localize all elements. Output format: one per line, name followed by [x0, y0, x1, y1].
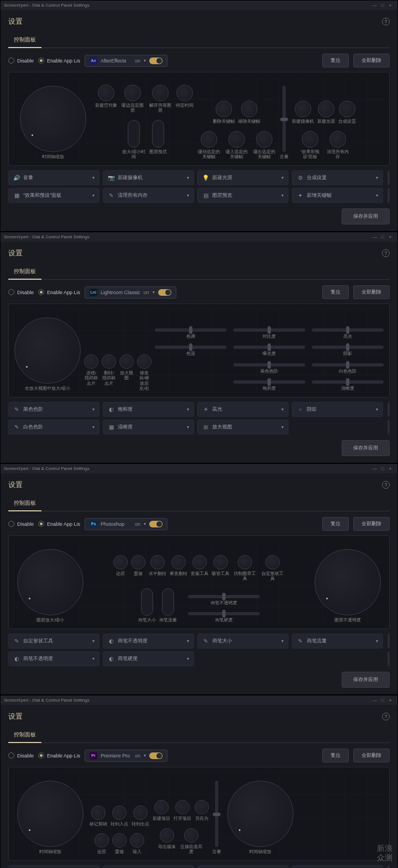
main-dial[interactable]	[14, 317, 81, 384]
slider[interactable]	[188, 612, 260, 615]
slider[interactable]	[188, 595, 260, 598]
select-purge[interactable]: ✎清理所有内存▾	[103, 188, 194, 203]
knob[interactable]	[113, 555, 128, 569]
main-dial[interactable]	[17, 549, 83, 615]
knob[interactable]	[302, 131, 318, 148]
knob[interactable]	[318, 101, 334, 117]
minimize-icon[interactable]: —	[371, 3, 379, 8]
delete-all-button[interactable]: 全部删除	[353, 54, 390, 67]
select[interactable]: ◐画笔硬度▾	[103, 651, 194, 666]
reset-button[interactable]: 复位	[322, 517, 349, 531]
delete-all-button[interactable]: 全部删除	[353, 285, 390, 299]
knob[interactable]	[213, 555, 228, 569]
radio-enable[interactable]: Enable App Lis	[38, 752, 80, 759]
knob[interactable]	[238, 555, 252, 569]
close-icon[interactable]: ×	[386, 698, 394, 703]
radio-enable[interactable]: Enable App Lis	[38, 289, 80, 295]
select[interactable]: ✎黑色色阶▾	[8, 402, 100, 417]
radio-disable[interactable]: Disable	[8, 752, 34, 759]
save-apply-button[interactable]: 保存并应用	[342, 672, 390, 688]
main-dial[interactable]	[17, 781, 83, 847]
radio-enable[interactable]: Enable App Lis	[38, 521, 80, 527]
knob[interactable]	[133, 806, 148, 820]
knob[interactable]	[95, 833, 109, 848]
knob[interactable]	[329, 131, 346, 148]
select-effects[interactable]: ▦"效果和预设"面板▾	[8, 188, 100, 203]
knob[interactable]	[102, 354, 116, 369]
knob[interactable]	[98, 85, 114, 101]
toggle-enable[interactable]	[149, 57, 163, 64]
radio-disable[interactable]: Disable	[8, 57, 34, 64]
secondary-dial[interactable]	[227, 781, 294, 847]
help-icon[interactable]: ?	[382, 713, 390, 720]
secondary-dial[interactable]	[315, 549, 381, 615]
slider[interactable]	[233, 328, 305, 332]
radio-disable[interactable]: Disable	[8, 521, 34, 527]
volume-slider[interactable]	[282, 86, 286, 152]
slider[interactable]	[233, 380, 305, 384]
scrollbar[interactable]	[387, 420, 390, 435]
knob[interactable]	[160, 828, 174, 843]
save-apply-button[interactable]: 保存并应用	[342, 440, 390, 456]
knob[interactable]	[192, 555, 207, 569]
knob[interactable]	[119, 354, 134, 369]
help-icon[interactable]: ?	[382, 249, 390, 257]
radio-disable[interactable]: Disable	[8, 289, 34, 295]
scrollbar[interactable]	[387, 170, 390, 185]
close-icon[interactable]: ×	[386, 234, 394, 239]
knob[interactable]	[256, 131, 273, 148]
close-icon[interactable]: ×	[386, 3, 394, 8]
scrollbar[interactable]	[387, 402, 390, 417]
scrollbar[interactable]	[387, 651, 390, 666]
pill-control[interactable]	[152, 120, 164, 148]
toggle[interactable]	[149, 752, 163, 759]
help-icon[interactable]: ?	[382, 481, 390, 489]
app-selector[interactable]: PrPremiere Proon▾	[85, 750, 167, 762]
slider[interactable]	[155, 346, 227, 349]
knob[interactable]	[130, 833, 144, 848]
scrollbar[interactable]	[387, 188, 390, 203]
knob[interactable]	[91, 806, 106, 820]
knob[interactable]	[184, 828, 198, 843]
reset-button[interactable]: 复位	[322, 285, 349, 299]
knob[interactable]	[124, 85, 141, 101]
select[interactable]: ⊞放大视图▾	[197, 420, 289, 435]
select-comp[interactable]: ⚙合成设置▾	[292, 170, 383, 185]
select[interactable]: 💾另存为▾	[103, 865, 194, 868]
slider[interactable]	[312, 328, 384, 332]
select-volume[interactable]: 🔊音量▾	[8, 170, 100, 185]
slider[interactable]	[233, 363, 305, 367]
select-camera[interactable]: 📷新建摄像机▾	[103, 170, 194, 185]
knob[interactable]	[295, 101, 311, 117]
delete-all-button[interactable]: 全部删除	[353, 517, 390, 531]
scrollbar[interactable]	[387, 634, 390, 649]
knob[interactable]	[154, 800, 169, 814]
reset-button[interactable]: 复位	[322, 749, 349, 762]
main-dial[interactable]	[20, 86, 86, 152]
minimize-icon[interactable]: —	[371, 698, 379, 703]
maximize-icon[interactable]: □	[379, 234, 386, 239]
reset-button[interactable]: 复位	[322, 54, 349, 67]
knob[interactable]	[137, 354, 151, 369]
knob[interactable]	[84, 354, 98, 369]
app-selector[interactable]: Ae AfterEffects on ▾	[85, 55, 167, 67]
knob[interactable]	[241, 101, 258, 117]
knob[interactable]	[152, 85, 169, 101]
radio-enable[interactable]: Enable App Lis	[38, 57, 80, 64]
select[interactable]: ▦清晰度▾	[103, 420, 194, 435]
select-keyframe[interactable]: ✦新增关键帧▾	[292, 188, 383, 203]
knob[interactable]	[195, 800, 209, 814]
select[interactable]: ▤导出媒体▾	[292, 865, 383, 868]
slider[interactable]	[155, 328, 227, 332]
app-selector[interactable]: PsPhotoshopon▾	[85, 518, 167, 530]
select[interactable]: ▤打开项目▾	[8, 865, 100, 868]
save-apply-button[interactable]: 保存并应用	[342, 208, 390, 224]
knob[interactable]	[339, 101, 355, 117]
app-selector[interactable]: LrcLightroom Classicon▾	[85, 286, 176, 299]
minimize-icon[interactable]: —	[371, 466, 379, 471]
slider[interactable]	[312, 346, 384, 349]
select-light[interactable]: 💡新建光源▾	[197, 170, 289, 185]
select[interactable]: ◐画笔不透明度▾	[8, 651, 100, 666]
select[interactable]: ☀高光▾	[197, 402, 289, 417]
tab-control-panel[interactable]: 控制面板	[8, 33, 41, 48]
